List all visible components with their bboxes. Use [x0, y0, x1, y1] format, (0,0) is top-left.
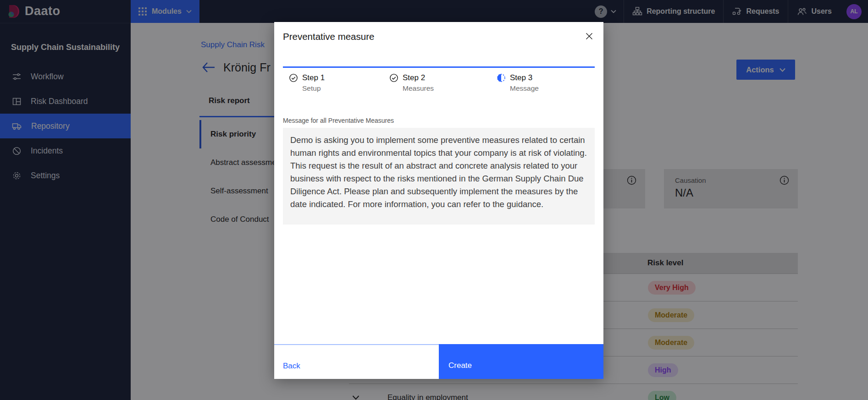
message-label: Message for all Preventative Measures	[283, 117, 394, 124]
step-sublabel: Message	[510, 84, 539, 93]
modal-title: Preventative measure	[283, 31, 374, 42]
back-button[interactable]: Back	[274, 344, 439, 379]
modal-footer: Back Create	[274, 344, 603, 379]
step-sublabel: Measures	[403, 84, 434, 93]
progress-indicator-line	[283, 66, 595, 68]
step-complete-icon	[389, 73, 398, 82]
step-2-measures[interactable]: Step 2 Measures	[389, 73, 434, 93]
step-current-icon	[497, 73, 506, 82]
create-button[interactable]: Create	[439, 344, 603, 379]
step-3-message[interactable]: Step 3 Message	[497, 73, 539, 93]
step-1-setup[interactable]: Step 1 Setup	[289, 73, 325, 93]
step-label: Step 2	[403, 73, 425, 82]
preventative-measure-modal: Preventative measure Step 1 Setup Step 2…	[274, 22, 603, 379]
message-textarea[interactable]: Demo is asking you to implement some pre…	[283, 128, 595, 225]
close-icon[interactable]	[581, 27, 598, 45]
step-label: Step 3	[510, 73, 532, 82]
app-root: Daato Modules ?	[0, 0, 868, 400]
step-label: Step 1	[302, 73, 325, 82]
step-sublabel: Setup	[302, 84, 325, 93]
step-complete-icon	[289, 73, 298, 82]
